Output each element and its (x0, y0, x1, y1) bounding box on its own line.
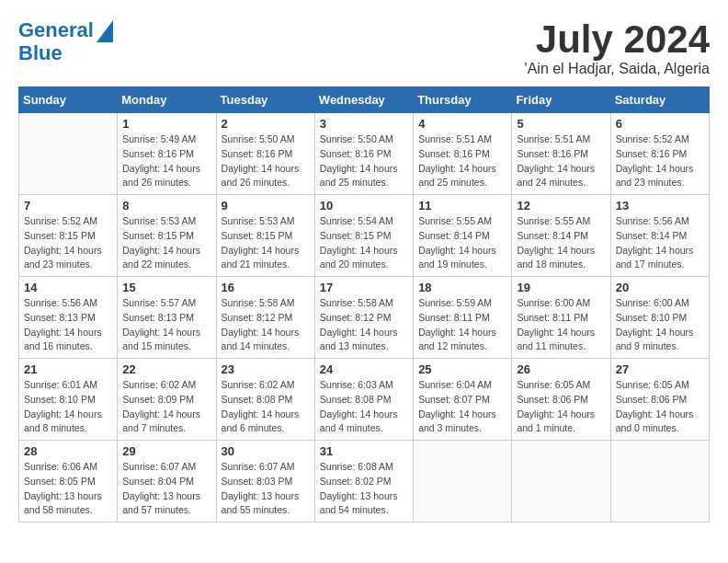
calendar-table: Sunday Monday Tuesday Wednesday Thursday… (18, 86, 710, 523)
table-row: 12Sunrise: 5:55 AMSunset: 8:14 PMDayligh… (512, 195, 610, 277)
day-detail: Sunrise: 5:58 AMSunset: 8:12 PMDaylight:… (222, 296, 310, 354)
day-number: 27 (616, 362, 704, 376)
day-number: 6 (616, 117, 704, 131)
calendar-header-row: Sunday Monday Tuesday Wednesday Thursday… (19, 87, 710, 113)
day-detail: Sunrise: 5:58 AMSunset: 8:12 PMDaylight:… (320, 296, 408, 354)
day-number: 21 (24, 362, 112, 376)
col-tuesday: Tuesday (216, 87, 314, 113)
day-number: 24 (320, 362, 408, 376)
day-number: 11 (418, 199, 506, 213)
day-detail: Sunrise: 5:53 AMSunset: 8:15 PMDaylight:… (122, 214, 210, 272)
col-monday: Monday (118, 87, 216, 113)
title-block: July 2024 'Ain el Hadjar, Saida, Algeria (525, 18, 710, 77)
day-detail: Sunrise: 6:00 AMSunset: 8:10 PMDaylight:… (616, 296, 704, 354)
calendar-week-row: 21Sunrise: 6:01 AMSunset: 8:10 PMDayligh… (19, 359, 710, 441)
day-number: 13 (616, 199, 704, 213)
table-row: 8Sunrise: 5:53 AMSunset: 8:15 PMDaylight… (118, 195, 216, 277)
table-row (414, 441, 512, 523)
calendar-week-row: 28Sunrise: 6:06 AMSunset: 8:05 PMDayligh… (19, 441, 710, 523)
day-detail: Sunrise: 5:50 AMSunset: 8:16 PMDaylight:… (222, 132, 310, 190)
table-row (512, 441, 610, 523)
table-row: 3Sunrise: 5:50 AMSunset: 8:16 PMDaylight… (314, 113, 413, 195)
col-sunday: Sunday (19, 87, 118, 113)
day-detail: Sunrise: 5:55 AMSunset: 8:14 PMDaylight:… (418, 214, 506, 272)
table-row: 23Sunrise: 6:02 AMSunset: 8:08 PMDayligh… (216, 359, 314, 441)
day-detail: Sunrise: 5:50 AMSunset: 8:16 PMDaylight:… (320, 132, 408, 190)
day-detail: Sunrise: 6:05 AMSunset: 8:06 PMDaylight:… (616, 378, 704, 436)
day-number: 9 (222, 199, 310, 213)
day-detail: Sunrise: 5:59 AMSunset: 8:11 PMDaylight:… (418, 296, 506, 354)
day-number: 5 (517, 117, 605, 131)
table-row: 4Sunrise: 5:51 AMSunset: 8:16 PMDaylight… (414, 113, 512, 195)
day-detail: Sunrise: 6:02 AMSunset: 8:08 PMDaylight:… (222, 378, 310, 436)
calendar-week-row: 14Sunrise: 5:56 AMSunset: 8:13 PMDayligh… (19, 277, 710, 359)
table-row (19, 113, 118, 195)
day-number: 31 (320, 444, 408, 458)
day-number: 29 (122, 444, 210, 458)
table-row: 16Sunrise: 5:58 AMSunset: 8:12 PMDayligh… (216, 277, 314, 359)
table-row: 30Sunrise: 6:07 AMSunset: 8:03 PMDayligh… (216, 441, 314, 523)
day-detail: Sunrise: 5:56 AMSunset: 8:13 PMDaylight:… (24, 296, 112, 354)
table-row: 1Sunrise: 5:49 AMSunset: 8:16 PMDaylight… (118, 113, 216, 195)
logo-blue-text: Blue (18, 42, 63, 64)
table-row: 18Sunrise: 5:59 AMSunset: 8:11 PMDayligh… (414, 277, 512, 359)
day-number: 19 (517, 281, 605, 294)
day-detail: Sunrise: 6:00 AMSunset: 8:11 PMDaylight:… (517, 296, 605, 354)
table-row: 2Sunrise: 5:50 AMSunset: 8:16 PMDaylight… (216, 113, 314, 195)
table-row: 9Sunrise: 5:53 AMSunset: 8:15 PMDaylight… (216, 195, 314, 277)
table-row: 21Sunrise: 6:01 AMSunset: 8:10 PMDayligh… (19, 359, 118, 441)
day-number: 14 (24, 281, 112, 294)
table-row: 15Sunrise: 5:57 AMSunset: 8:13 PMDayligh… (118, 277, 216, 359)
table-row: 22Sunrise: 6:02 AMSunset: 8:09 PMDayligh… (118, 359, 216, 441)
table-row: 5Sunrise: 5:51 AMSunset: 8:16 PMDaylight… (512, 113, 610, 195)
table-row: 6Sunrise: 5:52 AMSunset: 8:16 PMDaylight… (610, 113, 709, 195)
day-number: 20 (616, 281, 704, 294)
table-row: 24Sunrise: 6:03 AMSunset: 8:08 PMDayligh… (314, 359, 413, 441)
day-number: 23 (222, 362, 310, 376)
day-detail: Sunrise: 6:06 AMSunset: 8:05 PMDaylight:… (24, 460, 112, 518)
col-wednesday: Wednesday (314, 87, 413, 113)
col-friday: Friday (512, 87, 610, 113)
day-number: 3 (320, 117, 408, 131)
day-number: 8 (122, 199, 210, 213)
table-row: 29Sunrise: 6:07 AMSunset: 8:04 PMDayligh… (118, 441, 216, 523)
table-row: 14Sunrise: 5:56 AMSunset: 8:13 PMDayligh… (19, 277, 118, 359)
day-detail: Sunrise: 5:56 AMSunset: 8:14 PMDaylight:… (616, 214, 704, 272)
table-row: 7Sunrise: 5:52 AMSunset: 8:15 PMDaylight… (19, 195, 118, 277)
day-number: 2 (222, 117, 310, 131)
col-thursday: Thursday (414, 87, 512, 113)
table-row: 13Sunrise: 5:56 AMSunset: 8:14 PMDayligh… (610, 195, 709, 277)
day-detail: Sunrise: 5:49 AMSunset: 8:16 PMDaylight:… (122, 132, 210, 190)
month-title: July 2024 (525, 18, 710, 61)
table-row: 20Sunrise: 6:00 AMSunset: 8:10 PMDayligh… (610, 277, 709, 359)
day-detail: Sunrise: 5:54 AMSunset: 8:15 PMDaylight:… (320, 214, 408, 272)
day-number: 26 (517, 362, 605, 376)
day-detail: Sunrise: 6:03 AMSunset: 8:08 PMDaylight:… (320, 378, 408, 436)
day-detail: Sunrise: 5:52 AMSunset: 8:15 PMDaylight:… (24, 214, 112, 272)
day-number: 28 (24, 444, 112, 458)
table-row: 27Sunrise: 6:05 AMSunset: 8:06 PMDayligh… (610, 359, 709, 441)
table-row: 11Sunrise: 5:55 AMSunset: 8:14 PMDayligh… (414, 195, 512, 277)
table-row: 26Sunrise: 6:05 AMSunset: 8:06 PMDayligh… (512, 359, 610, 441)
table-row: 19Sunrise: 6:00 AMSunset: 8:11 PMDayligh… (512, 277, 610, 359)
day-detail: Sunrise: 5:57 AMSunset: 8:13 PMDaylight:… (122, 296, 210, 354)
table-row: 17Sunrise: 5:58 AMSunset: 8:12 PMDayligh… (314, 277, 413, 359)
table-row (610, 441, 709, 523)
day-detail: Sunrise: 5:51 AMSunset: 8:16 PMDaylight:… (517, 132, 605, 190)
logo-text: General (18, 19, 94, 41)
table-row: 10Sunrise: 5:54 AMSunset: 8:15 PMDayligh… (314, 195, 413, 277)
day-detail: Sunrise: 5:51 AMSunset: 8:16 PMDaylight:… (418, 132, 506, 190)
day-number: 10 (320, 199, 408, 213)
day-number: 25 (418, 362, 506, 376)
day-detail: Sunrise: 6:04 AMSunset: 8:07 PMDaylight:… (418, 378, 506, 436)
logo-triangle-icon (97, 20, 113, 42)
svg-marker-0 (97, 20, 113, 42)
day-detail: Sunrise: 6:01 AMSunset: 8:10 PMDaylight:… (24, 378, 112, 436)
day-detail: Sunrise: 6:08 AMSunset: 8:02 PMDaylight:… (320, 460, 408, 518)
day-number: 1 (122, 117, 210, 131)
table-row: 25Sunrise: 6:04 AMSunset: 8:07 PMDayligh… (414, 359, 512, 441)
day-detail: Sunrise: 6:07 AMSunset: 8:04 PMDaylight:… (122, 460, 210, 518)
page-header: General Blue July 2024 'Ain el Hadjar, S… (18, 18, 710, 77)
day-detail: Sunrise: 6:07 AMSunset: 8:03 PMDaylight:… (222, 460, 310, 518)
location-subtitle: 'Ain el Hadjar, Saida, Algeria (525, 61, 710, 77)
